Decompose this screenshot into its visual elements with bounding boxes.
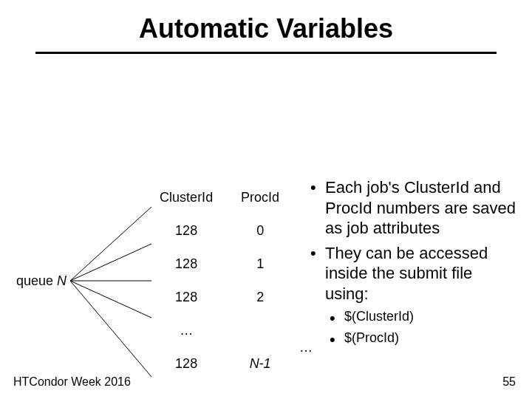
- queue-label-prefix: queue: [16, 273, 57, 288]
- col-clusterid: ClusterId: [144, 181, 228, 214]
- cell: [228, 314, 292, 347]
- cell: 2: [228, 281, 292, 314]
- id-table: ClusterId ProcId 128 0 128 1 128 2: [144, 181, 292, 381]
- bullet-item: Each job's ClusterId and ProcId numbers …: [310, 177, 517, 239]
- page-number: 55: [502, 375, 516, 389]
- cell: N-1: [228, 347, 292, 381]
- svg-line-3: [70, 281, 151, 318]
- bullet-item: They can be accessed inside the submit f…: [310, 243, 517, 304]
- table-row: 128 2: [144, 281, 292, 314]
- cell: 128: [144, 347, 228, 381]
- table-row: …: [144, 314, 292, 347]
- table-header-row: ClusterId ProcId: [144, 181, 292, 214]
- cell: 128: [144, 214, 228, 248]
- title-rule: [35, 52, 497, 54]
- cell: 0: [228, 214, 292, 248]
- table-row: 128 N-1: [144, 347, 292, 381]
- cell: …: [144, 314, 228, 347]
- table-row: 128 1: [144, 248, 292, 281]
- svg-line-1: [70, 244, 151, 281]
- col-procid: ProcId: [228, 181, 292, 214]
- cell: 1: [228, 248, 292, 281]
- cell: 128: [144, 248, 228, 281]
- table-row: 128 0: [144, 214, 292, 248]
- svg-line-0: [70, 207, 151, 281]
- cell: 128: [144, 281, 228, 314]
- sub-bullet-item: $(ClusterId): [330, 308, 517, 325]
- svg-line-4: [70, 281, 151, 377]
- footer-left: HTCondor Week 2016: [13, 375, 131, 389]
- queue-label: queue N: [16, 273, 66, 289]
- slide: Automatic Variables queue N ClusterId Pr…: [0, 0, 532, 399]
- sub-bullet-item: $(ProcId): [330, 330, 517, 347]
- slide-title: Automatic Variables: [0, 0, 532, 44]
- bullets: Each job's ClusterId and ProcId numbers …: [310, 177, 517, 350]
